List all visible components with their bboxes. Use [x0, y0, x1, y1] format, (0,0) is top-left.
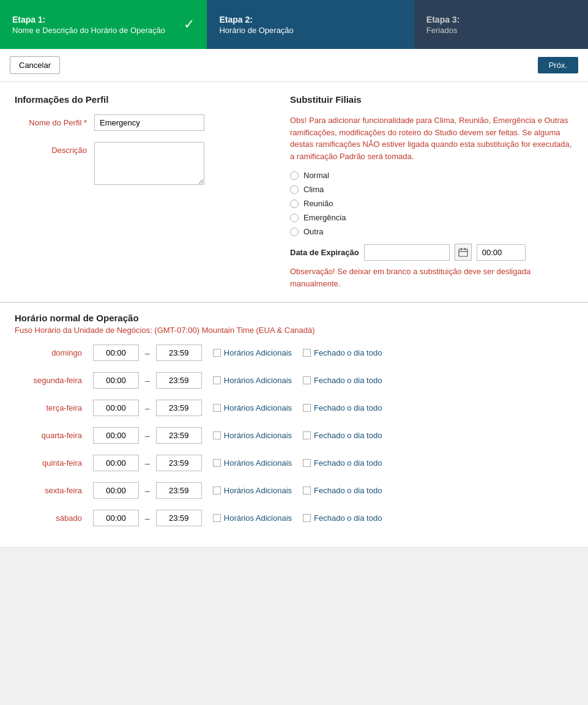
closed-all-day-0[interactable]: Fechado o dia todo [303, 348, 382, 357]
additional-hours-label-0: Horários Adicionais [224, 348, 292, 357]
replace-branches-title: Substituir Filiais [290, 94, 573, 105]
end-time-5[interactable] [156, 482, 202, 499]
next-button[interactable]: Próx. [538, 57, 578, 73]
radio-normal-label: Normal [303, 171, 329, 180]
radio-outra[interactable]: Outra [290, 227, 573, 236]
closed-all-day-checkbox-4[interactable] [303, 459, 311, 467]
start-time-2[interactable] [93, 400, 139, 416]
additional-hours-checkbox-6[interactable] [213, 514, 221, 522]
start-time-0[interactable] [93, 345, 139, 361]
radio-reuniao[interactable]: Reunião [290, 199, 573, 208]
radio-reuniao-icon [290, 200, 299, 208]
calendar-icon[interactable] [455, 244, 472, 261]
start-time-3[interactable] [93, 427, 139, 444]
radio-outra-icon [290, 228, 299, 236]
step3-subtitle: Feriados [426, 26, 460, 35]
replace-branches-section: Substituir Filiais Obs! Para adicionar f… [290, 94, 573, 289]
profile-desc-textarea[interactable] [94, 142, 204, 185]
obs-text: Observação! Se deixar em branco a substi… [290, 266, 573, 289]
closed-all-day-label-2: Fechado o dia todo [314, 403, 382, 412]
end-time-6[interactable] [156, 510, 202, 526]
day-label-3: quarta-feira [15, 431, 88, 440]
day-row-domingo: domingo – Horários Adicionais Fechado o … [15, 345, 573, 361]
start-time-4[interactable] [93, 455, 139, 471]
day-row-sexta-feira: sexta-feira – Horários Adicionais Fechad… [15, 482, 573, 499]
expiry-time-input[interactable] [477, 244, 526, 261]
closed-all-day-checkbox-0[interactable] [303, 349, 311, 357]
day-row-terça-feira: terça-feira – Horários Adicionais Fechad… [15, 400, 573, 416]
required-asterisk: * [84, 118, 87, 127]
closed-all-day-checkbox-3[interactable] [303, 431, 311, 439]
step2-label: Etapa 2: [219, 15, 293, 24]
step1-subtitle: Nome e Descrição do Horário de Operação [12, 26, 165, 35]
additional-hours-6[interactable]: Horários Adicionais [213, 513, 292, 523]
closed-all-day-5[interactable]: Fechado o dia todo [303, 486, 382, 495]
additional-hours-label-6: Horários Adicionais [224, 513, 292, 523]
step-1[interactable]: Etapa 1: Nome e Descrição do Horário de … [0, 0, 207, 49]
closed-all-day-label-4: Fechado o dia todo [314, 458, 382, 468]
additional-hours-checkbox-2[interactable] [213, 404, 221, 412]
closed-all-day-4[interactable]: Fechado o dia todo [303, 458, 382, 468]
closed-all-day-3[interactable]: Fechado o dia todo [303, 431, 382, 440]
closed-all-day-checkbox-1[interactable] [303, 376, 311, 384]
expiry-row: Data de Expiração [290, 244, 573, 261]
radio-normal[interactable]: Normal [290, 171, 573, 180]
stepper-header: Etapa 1: Nome e Descrição do Horário de … [0, 0, 588, 49]
day-label-0: domingo [15, 348, 88, 357]
end-time-2[interactable] [156, 400, 202, 416]
additional-hours-5[interactable]: Horários Adicionais [213, 486, 292, 495]
start-time-5[interactable] [93, 482, 139, 499]
profile-name-row: Nome do Perfil * [15, 114, 272, 131]
additional-hours-label-2: Horários Adicionais [224, 403, 292, 412]
step-2[interactable]: Etapa 2: Horário de Operação [207, 0, 414, 49]
day-label-4: quinta-feira [15, 458, 88, 468]
radio-emergencia-icon [290, 214, 299, 222]
step2-subtitle: Horário de Operação [219, 26, 293, 35]
schedule-title: Horário normal de Operação [15, 313, 573, 323]
additional-hours-checkbox-5[interactable] [213, 487, 221, 494]
closed-all-day-checkbox-6[interactable] [303, 514, 311, 522]
expiry-date-input[interactable] [364, 244, 450, 261]
dash-3: – [144, 431, 151, 441]
additional-hours-checkbox-1[interactable] [213, 376, 221, 384]
closed-all-day-checkbox-2[interactable] [303, 404, 311, 412]
additional-hours-checkbox-0[interactable] [213, 349, 221, 357]
closed-all-day-2[interactable]: Fechado o dia todo [303, 403, 382, 412]
additional-hours-checkbox-4[interactable] [213, 459, 221, 467]
start-time-1[interactable] [93, 372, 139, 389]
closed-all-day-1[interactable]: Fechado o dia todo [303, 376, 382, 385]
additional-hours-label-5: Horários Adicionais [224, 486, 292, 495]
dash-0: – [144, 348, 151, 358]
profile-info-section: Informações do Perfil Nome do Perfil * D… [15, 94, 272, 289]
branch-options: Normal Clima Reunião Emergência Outra [290, 171, 573, 236]
profile-name-input[interactable] [94, 114, 204, 131]
cancel-button[interactable]: Cancelar [10, 56, 60, 74]
additional-hours-1[interactable]: Horários Adicionais [213, 376, 292, 385]
end-time-1[interactable] [156, 372, 202, 389]
additional-hours-2[interactable]: Horários Adicionais [213, 403, 292, 412]
closed-all-day-checkbox-5[interactable] [303, 487, 311, 494]
closed-all-day-6[interactable]: Fechado o dia todo [303, 513, 382, 523]
toolbar: Cancelar Próx. [0, 49, 588, 82]
end-time-4[interactable] [156, 455, 202, 471]
dash-2: – [144, 403, 151, 413]
additional-hours-0[interactable]: Horários Adicionais [213, 348, 292, 357]
radio-reuniao-label: Reunião [303, 199, 333, 208]
main-form: Informações do Perfil Nome do Perfil * D… [0, 82, 588, 303]
day-label-1: segunda-feira [15, 376, 88, 385]
end-time-0[interactable] [156, 345, 202, 361]
replace-branches-notice: Obs! Para adicionar funcionalidade para … [290, 114, 573, 162]
timezone-text: Fuso Horário da Unidade de Negócios: (GM… [15, 326, 573, 335]
end-time-3[interactable] [156, 427, 202, 444]
profile-info-title: Informações do Perfil [15, 94, 272, 105]
day-row-segunda-feira: segunda-feira – Horários Adicionais Fech… [15, 372, 573, 389]
svg-rect-0 [459, 249, 467, 256]
additional-hours-checkbox-3[interactable] [213, 431, 221, 439]
radio-clima[interactable]: Clima [290, 185, 573, 194]
start-time-6[interactable] [93, 510, 139, 526]
radio-emergencia-label: Emergência [303, 213, 346, 222]
additional-hours-4[interactable]: Horários Adicionais [213, 458, 292, 468]
radio-emergencia[interactable]: Emergência [290, 213, 573, 222]
closed-all-day-label-6: Fechado o dia todo [314, 513, 382, 523]
additional-hours-3[interactable]: Horários Adicionais [213, 431, 292, 440]
